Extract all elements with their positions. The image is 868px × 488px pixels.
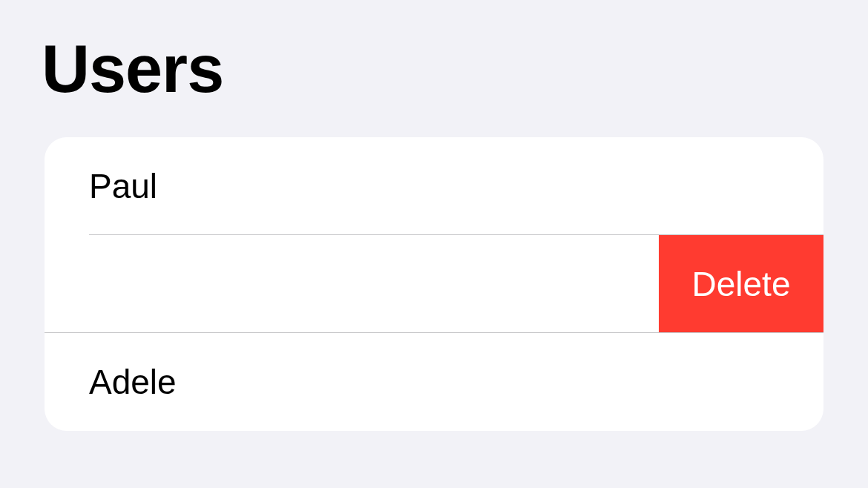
list-item-label: Paul xyxy=(45,166,157,206)
users-list: Paul Delete Adele xyxy=(45,137,823,431)
delete-button[interactable]: Delete xyxy=(659,235,823,333)
list-item[interactable]: Delete xyxy=(45,235,823,333)
list-item[interactable]: Adele xyxy=(45,333,823,431)
list-item-label: Adele xyxy=(45,362,177,402)
page-title: Users xyxy=(0,0,868,108)
list-item[interactable]: Paul xyxy=(45,137,823,235)
